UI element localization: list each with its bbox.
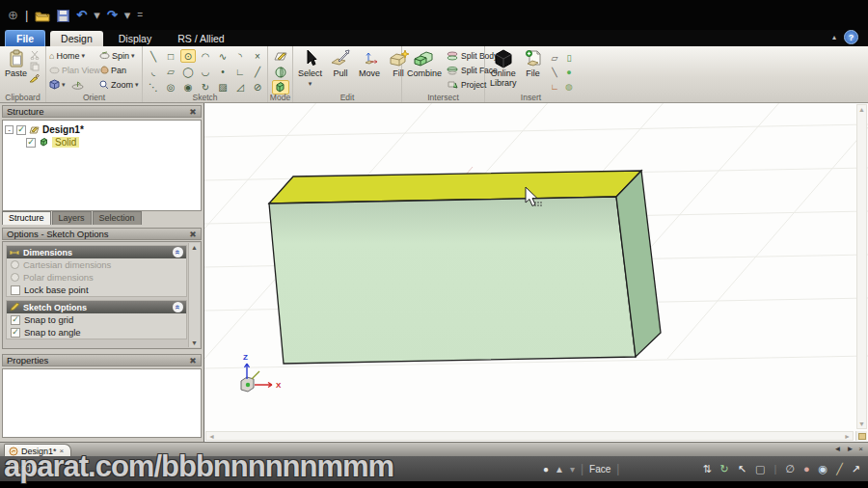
- box-front-face[interactable]: [269, 197, 636, 364]
- move-button[interactable]: Move: [357, 48, 382, 89]
- polar-dimensions-option[interactable]: Polar dimensions: [7, 271, 186, 284]
- doc-nav-forward-icon[interactable]: ►: [846, 445, 854, 453]
- tab-selection[interactable]: Selection: [93, 211, 142, 225]
- options-scrollbar[interactable]: ▲ ▼: [188, 243, 200, 347]
- doc-nav-back-icon[interactable]: ◄: [833, 445, 841, 453]
- scroll-left-icon[interactable]: ◄: [208, 433, 215, 440]
- rectangle-icon[interactable]: □: [163, 49, 178, 63]
- tab-display[interactable]: Display: [108, 31, 162, 46]
- snap-angle-checkbox[interactable]: ✓: [11, 328, 20, 338]
- chamfer-icon[interactable]: ∟: [232, 65, 248, 78]
- render-sphere-icon[interactable]: ●: [803, 463, 810, 474]
- ellipse-icon[interactable]: ◯: [180, 65, 196, 78]
- solid-node-label[interactable]: Solid: [52, 137, 79, 148]
- rotate-arc-icon[interactable]: ↻: [198, 80, 213, 94]
- select-cursor-icon[interactable]: ↖: [738, 463, 746, 475]
- design-checkbox[interactable]: ✓: [16, 125, 26, 135]
- home-button[interactable]: ⌂ Home▾: [49, 48, 99, 63]
- scroll-down-icon[interactable]: ▼: [858, 420, 865, 427]
- open-icon[interactable]: [35, 10, 50, 22]
- pin-icon[interactable]: ✚: [187, 354, 199, 366]
- copy-icon[interactable]: [29, 62, 40, 71]
- design-node-label[interactable]: Design1*: [42, 124, 84, 135]
- scroll-up-icon[interactable]: ▲: [858, 106, 865, 113]
- viewport-hscrollbar[interactable]: ◄ ►: [205, 431, 854, 441]
- trim-icon[interactable]: ×: [250, 49, 265, 63]
- circle-icon[interactable]: ⊙: [180, 49, 196, 63]
- cartesian-radio[interactable]: [11, 260, 19, 269]
- zoom-button[interactable]: Zoom▾: [99, 77, 142, 92]
- undo-icon[interactable]: ↶: [76, 9, 87, 22]
- dimensions-section-header[interactable]: Dimensions «: [7, 246, 186, 258]
- paste-button[interactable]: Paste: [3, 48, 29, 83]
- scroll-up-icon[interactable]: ▲: [191, 244, 198, 251]
- online-library-button[interactable]: Online Library: [488, 48, 519, 94]
- customize-toolbar-icon[interactable]: =: [137, 9, 143, 22]
- fill-region-icon[interactable]: ▨: [215, 80, 231, 94]
- zoom-extents-icon[interactable]: ◉: [819, 463, 828, 475]
- snap-grid-checkbox[interactable]: ✓: [11, 315, 20, 325]
- tab-design[interactable]: Design: [50, 31, 103, 46]
- scroll-right-icon[interactable]: ►: [844, 433, 851, 440]
- tab-rs-allied[interactable]: RS / Allied: [167, 31, 234, 46]
- insert-file-button[interactable]: File: [523, 48, 544, 94]
- scroll-down-icon[interactable]: ▼: [191, 339, 198, 346]
- tree-expander-icon[interactable]: -: [5, 125, 14, 134]
- tree-row-design[interactable]: - ✓ Design1*: [5, 123, 199, 136]
- undo-dropdown-icon[interactable]: ▾: [94, 9, 100, 22]
- reference-line-icon[interactable]: ⋱: [146, 80, 161, 94]
- save-icon[interactable]: [57, 10, 69, 22]
- split-curve-icon[interactable]: ⊘: [250, 80, 265, 94]
- axes-icon[interactable]: ∟: [548, 79, 562, 94]
- select-button[interactable]: Select ▾: [296, 48, 324, 89]
- snap-to-angle-option[interactable]: ✓ Snap to angle: [7, 326, 186, 339]
- spin-updown-icon[interactable]: ⇅: [702, 463, 711, 475]
- cut-icon[interactable]: [29, 50, 40, 60]
- tangent-arc-icon[interactable]: ◠: [198, 49, 213, 63]
- redo-dropdown-icon[interactable]: ▾: [124, 9, 131, 22]
- tab-layers[interactable]: Layers: [52, 211, 92, 225]
- spline-icon[interactable]: ∿: [215, 49, 231, 63]
- tree-row-solid[interactable]: ✓ Solid: [5, 136, 199, 149]
- tab-file[interactable]: File: [5, 30, 45, 46]
- pin-icon[interactable]: ✚: [187, 228, 199, 239]
- pull-button[interactable]: Pull: [328, 48, 353, 89]
- section-mode-button[interactable]: [272, 65, 289, 79]
- snap-to-grid-option[interactable]: ✓ Snap to grid: [7, 313, 186, 326]
- sketch-options-section-header[interactable]: Sketch Options «: [7, 301, 186, 313]
- sweep-arc-icon[interactable]: ◡: [198, 65, 213, 78]
- box-select-icon[interactable]: ▢: [755, 463, 765, 475]
- collapse-sketch-options-icon[interactable]: «: [173, 302, 183, 312]
- pin-icon[interactable]: ✚: [187, 105, 199, 117]
- lock-base-point-option[interactable]: Lock base point: [7, 284, 186, 296]
- plan-view-button[interactable]: Plan View: [49, 63, 99, 77]
- sketch-mode-button[interactable]: [272, 49, 289, 64]
- pan-button[interactable]: Pan: [99, 63, 142, 77]
- snap-triangle-icon[interactable]: ▲: [555, 464, 564, 474]
- polar-radio[interactable]: [11, 273, 19, 282]
- tab-structure[interactable]: Structure: [2, 211, 51, 225]
- format-painter-icon[interactable]: [29, 73, 40, 83]
- shell-icon[interactable]: ◍: [562, 79, 577, 94]
- redo-icon[interactable]: ↷: [107, 9, 118, 22]
- orbit-icon[interactable]: ↻: [720, 463, 729, 475]
- sphere-icon[interactable]: ●: [562, 65, 577, 79]
- app-menu-icon[interactable]: ⊕: [8, 9, 18, 22]
- polygon-icon[interactable]: ▱: [163, 65, 178, 78]
- select-dropdown-icon[interactable]: ▾: [309, 79, 312, 89]
- concentric-circle-icon[interactable]: ◉: [180, 80, 196, 94]
- turntable-icon[interactable]: [71, 80, 84, 90]
- solid-checkbox[interactable]: ✓: [26, 138, 36, 148]
- combine-button[interactable]: Combine: [405, 48, 444, 92]
- view-cube-icon[interactable]: [49, 79, 60, 90]
- curve-icon[interactable]: ◟: [146, 65, 161, 78]
- line-icon[interactable]: ╲: [146, 49, 161, 63]
- viewport-3d[interactable]: Z X ▲ ▼ ◄ ►: [204, 103, 868, 442]
- snap-dropdown-icon[interactable]: ▾: [570, 464, 575, 474]
- lock-base-checkbox[interactable]: [11, 285, 20, 295]
- collapse-dimensions-icon[interactable]: «: [173, 247, 183, 258]
- display-style-icon[interactable]: ∅: [785, 463, 795, 475]
- snap-sphere-icon[interactable]: ●: [543, 464, 549, 474]
- minimize-ribbon-icon[interactable]: ▴: [832, 33, 836, 41]
- measure-icon[interactable]: ╱: [836, 463, 843, 475]
